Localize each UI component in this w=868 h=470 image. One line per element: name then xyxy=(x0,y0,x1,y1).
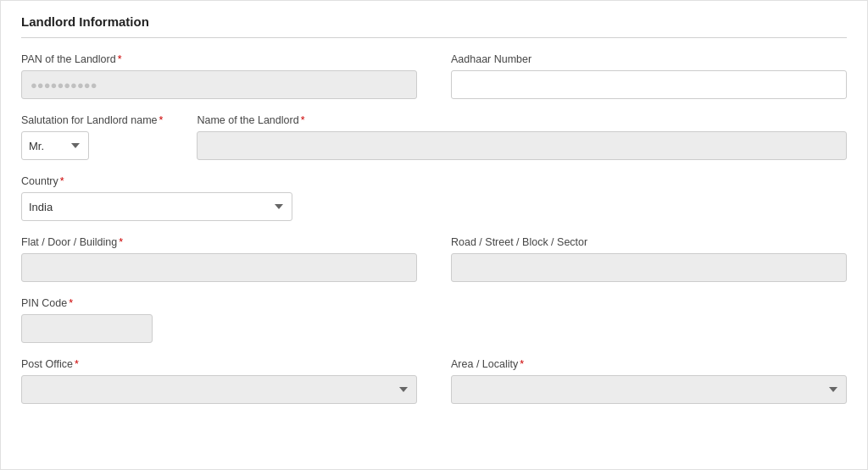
flat-input[interactable] xyxy=(21,253,417,282)
landlord-name-input[interactable] xyxy=(197,131,847,160)
row-postoffice-area: Post Office* Area / Locality* xyxy=(21,358,847,404)
section-title: Landlord Information xyxy=(21,14,847,38)
country-label: Country* xyxy=(21,175,292,187)
row-pin: PIN Code* xyxy=(21,297,847,343)
landlord-name-label: Name of the Landlord* xyxy=(197,114,847,126)
landlord-information-section: Landlord Information PAN of the Landlord… xyxy=(0,0,868,470)
pan-input[interactable] xyxy=(21,70,417,99)
pin-group: PIN Code* xyxy=(21,297,153,343)
road-group: Road / Street / Block / Sector xyxy=(451,236,847,282)
landlord-name-group: Name of the Landlord* xyxy=(197,114,847,160)
salutation-group: Salutation for Landlord name* Mr. Mrs. M… xyxy=(21,114,163,160)
aadhaar-input[interactable] xyxy=(451,70,847,99)
aadhaar-group: Aadhaar Number xyxy=(451,53,847,99)
pan-label: PAN of the Landlord* xyxy=(21,53,417,65)
area-label: Area / Locality* xyxy=(451,358,847,370)
flat-label: Flat / Door / Building* xyxy=(21,236,417,248)
country-group: Country* India USA UK Other xyxy=(21,175,292,221)
salutation-select[interactable]: Mr. Mrs. Ms. Dr. xyxy=(21,131,89,160)
road-input[interactable] xyxy=(451,253,847,282)
country-spacer xyxy=(326,175,847,221)
country-select[interactable]: India USA UK Other xyxy=(21,192,292,221)
road-label: Road / Street / Block / Sector xyxy=(451,236,847,248)
row-flat-road: Flat / Door / Building* Road / Street / … xyxy=(21,236,847,282)
pin-label: PIN Code* xyxy=(21,297,153,309)
aadhaar-label: Aadhaar Number xyxy=(451,53,847,65)
pin-spacer xyxy=(186,297,847,343)
pin-input[interactable] xyxy=(21,314,153,343)
row-pan-aadhaar: PAN of the Landlord* Aadhaar Number xyxy=(21,53,847,99)
row-salutation-name: Salutation for Landlord name* Mr. Mrs. M… xyxy=(21,114,847,160)
flat-group: Flat / Door / Building* xyxy=(21,236,417,282)
row-country: Country* India USA UK Other xyxy=(21,175,847,221)
salutation-label: Salutation for Landlord name* xyxy=(21,114,163,126)
area-select[interactable] xyxy=(451,375,847,404)
area-group: Area / Locality* xyxy=(451,358,847,404)
post-office-select[interactable] xyxy=(21,375,417,404)
post-office-label: Post Office* xyxy=(21,358,417,370)
post-office-group: Post Office* xyxy=(21,358,417,404)
pan-group: PAN of the Landlord* xyxy=(21,53,417,99)
